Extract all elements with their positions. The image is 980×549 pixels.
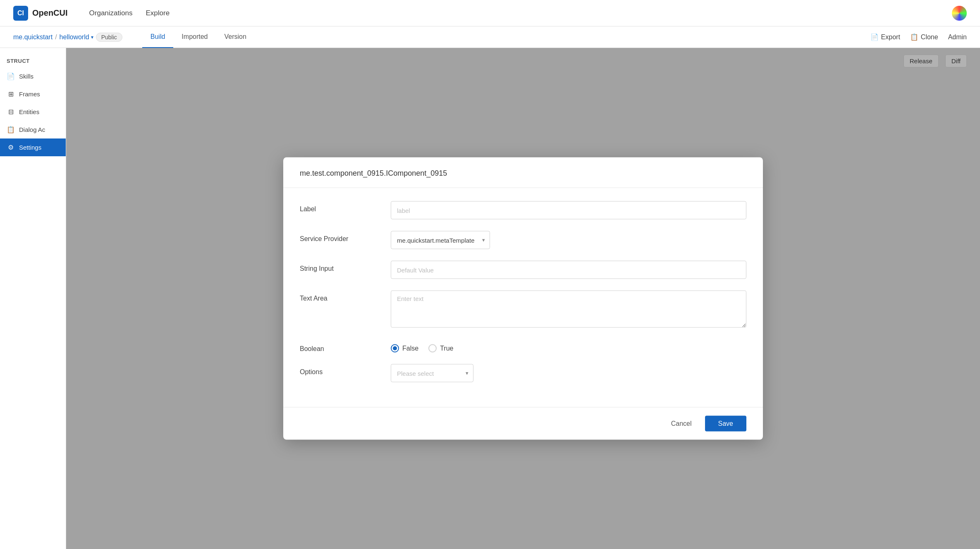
clone-button[interactable]: 📋 Clone — [910, 33, 938, 41]
tab-imported[interactable]: Imported — [173, 27, 216, 48]
tab-version[interactable]: Version — [216, 27, 255, 48]
tab-group: Build Imported Version — [142, 26, 255, 48]
save-button[interactable]: Save — [705, 416, 746, 432]
cancel-button[interactable]: Cancel — [664, 416, 698, 432]
skills-icon: 📄 — [7, 72, 15, 80]
content-area: Release Diff me.test.component_0915.ICom… — [66, 48, 980, 549]
sidebar-item-entities[interactable]: ⊟ Entities — [0, 103, 66, 121]
service-provider-control: me.quickstart.metaTemplate ▾ — [391, 231, 746, 249]
nav-organizations[interactable]: Organizations — [89, 9, 133, 17]
string-input-field[interactable] — [391, 261, 746, 279]
logo-icon[interactable]: CI — [13, 6, 28, 21]
service-provider-select-wrapper: me.quickstart.metaTemplate ▾ — [391, 231, 490, 249]
label-input[interactable] — [391, 201, 746, 220]
string-input-control — [391, 261, 746, 279]
radio-false-circle — [391, 344, 399, 353]
label-field-control — [391, 201, 746, 220]
export-button[interactable]: 📄 Export — [870, 33, 900, 41]
boolean-control: False True — [391, 341, 746, 353]
entities-icon: ⊟ — [7, 108, 15, 116]
user-avatar[interactable] — [952, 6, 967, 21]
boolean-radio-group: False True — [391, 341, 746, 353]
service-provider-row: Service Provider me.quickstart.metaTempl… — [300, 231, 746, 249]
service-provider-label: Service Provider — [300, 231, 391, 243]
tab-build[interactable]: Build — [142, 27, 174, 48]
sidebar: STRUCT 📄 Skills ⊞ Frames ⊟ Entities 📋 Di… — [0, 48, 66, 549]
radio-true-circle — [428, 344, 437, 353]
label-field-label: Label — [300, 201, 391, 213]
modal-header: me.test.component_0915.IComponent_0915 — [283, 158, 763, 188]
settings-icon: ⚙ — [7, 143, 15, 151]
breadcrumb-project[interactable]: helloworld ▾ — [60, 33, 93, 41]
options-row: Options Please select ▾ — [300, 364, 746, 382]
logo-text: OpenCUI — [32, 8, 68, 18]
options-control: Please select ▾ — [391, 364, 746, 382]
breadcrumb: me.quickstart / helloworld ▾ Public — [13, 33, 129, 42]
text-area-input[interactable] — [391, 291, 746, 328]
public-badge: Public — [96, 33, 122, 42]
dialog-icon: 📋 — [7, 126, 15, 134]
modal-title: me.test.component_0915.IComponent_0915 — [300, 169, 746, 178]
top-nav: CI OpenCUI Organizations Explore — [0, 0, 980, 26]
sidebar-item-skills[interactable]: 📄 Skills — [0, 67, 66, 85]
secondary-nav: me.quickstart / helloworld ▾ Public Buil… — [0, 26, 980, 48]
string-input-row: String Input — [300, 261, 746, 279]
text-area-label: Text Area — [300, 291, 391, 302]
modal-dialog: me.test.component_0915.IComponent_0915 L… — [283, 158, 763, 440]
service-provider-select[interactable]: me.quickstart.metaTemplate — [391, 231, 490, 249]
text-area-row: Text Area — [300, 291, 746, 329]
chevron-down-icon: ▾ — [91, 34, 93, 40]
main-area: STRUCT 📄 Skills ⊞ Frames ⊟ Entities 📋 Di… — [0, 48, 980, 549]
label-row: Label — [300, 201, 746, 220]
nav-explore[interactable]: Explore — [146, 9, 170, 17]
frames-icon: ⊞ — [7, 90, 15, 98]
radio-false[interactable]: False — [391, 344, 418, 353]
sidebar-item-dialog-actions[interactable]: 📋 Dialog Ac — [0, 121, 66, 138]
modal-body: Label Service Provider me.quickstart.met… — [283, 188, 763, 407]
text-area-control — [391, 291, 746, 329]
radio-false-label: False — [402, 345, 418, 352]
sidebar-item-settings[interactable]: ⚙ Settings — [0, 138, 66, 156]
radio-true[interactable]: True — [428, 344, 453, 353]
admin-button[interactable]: Admin — [948, 33, 967, 41]
modal-footer: Cancel Save — [283, 407, 763, 440]
logo-area: CI OpenCUI — [13, 6, 68, 21]
struct-header: STRUCT — [0, 55, 66, 67]
options-label: Options — [300, 364, 391, 376]
string-input-label: String Input — [300, 261, 391, 272]
sidebar-item-frames[interactable]: ⊞ Frames — [0, 85, 66, 103]
options-select-wrapper: Please select ▾ — [391, 364, 473, 382]
breadcrumb-separator: / — [55, 33, 57, 41]
action-group: 📄 Export 📋 Clone Admin — [870, 33, 967, 41]
boolean-row: Boolean False True — [300, 341, 746, 353]
clone-icon: 📋 — [910, 33, 918, 41]
options-select[interactable]: Please select — [391, 364, 473, 382]
breadcrumb-org[interactable]: me.quickstart — [13, 33, 53, 41]
export-icon: 📄 — [870, 33, 879, 41]
boolean-label: Boolean — [300, 341, 391, 353]
radio-true-label: True — [440, 345, 453, 352]
